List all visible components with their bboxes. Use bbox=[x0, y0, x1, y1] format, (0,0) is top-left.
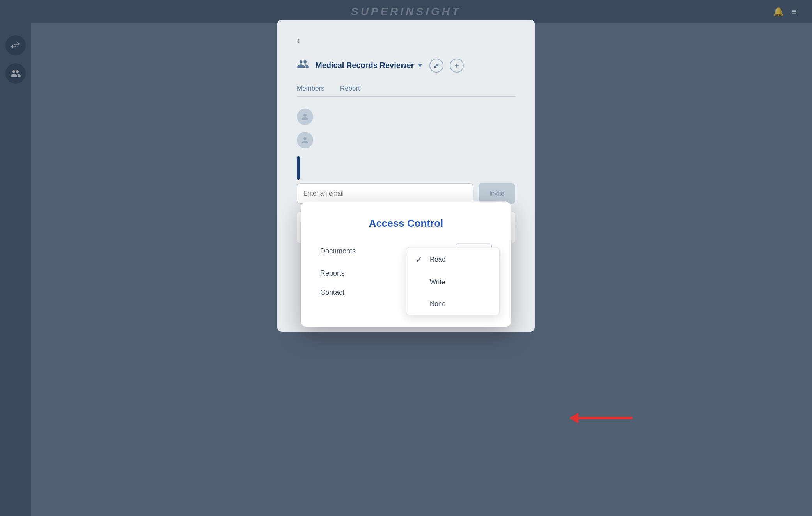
bell-icon[interactable]: 🔔 bbox=[773, 7, 784, 17]
modal-title: Access Control bbox=[320, 217, 492, 230]
left-sidebar bbox=[0, 23, 31, 516]
tab-report[interactable]: Report bbox=[340, 85, 360, 96]
back-button[interactable]: ‹ bbox=[297, 35, 300, 46]
member-row bbox=[297, 109, 515, 125]
role-selector-row: Medical Records Reviewer ▼ bbox=[297, 58, 515, 73]
member-row bbox=[297, 132, 515, 148]
dropdown-item-none[interactable]: None bbox=[406, 293, 499, 315]
reports-label: Reports bbox=[320, 269, 345, 278]
dropdown-option-none: None bbox=[430, 300, 446, 308]
avatar bbox=[297, 132, 313, 148]
member-list bbox=[297, 109, 515, 148]
access-dropdown-menu: ✓ Read Write None bbox=[406, 247, 500, 315]
dropdown-item-read[interactable]: ✓ Read bbox=[406, 248, 499, 271]
app-title: SUPERINSIGHT bbox=[351, 5, 461, 18]
group-icon bbox=[10, 68, 21, 79]
tabs-row: Members Report bbox=[297, 85, 515, 97]
role-name: Medical Records Reviewer bbox=[316, 61, 414, 70]
sidebar-item-switch[interactable] bbox=[5, 35, 26, 55]
role-dropdown[interactable]: Medical Records Reviewer ▼ bbox=[316, 61, 423, 70]
sidebar-item-group[interactable] bbox=[5, 63, 26, 84]
role-group-icon bbox=[297, 58, 309, 73]
email-input-row: Invite bbox=[297, 183, 515, 204]
tab-members[interactable]: Members bbox=[297, 85, 324, 96]
avatar bbox=[297, 109, 313, 125]
contact-label: Contact bbox=[320, 288, 344, 297]
chevron-down-icon: ▼ bbox=[417, 62, 423, 69]
role-add-button[interactable] bbox=[450, 59, 464, 73]
role-edit-button[interactable] bbox=[429, 59, 443, 73]
menu-icon[interactable]: ≡ bbox=[791, 7, 796, 17]
access-control-modal: Access Control Documents Read ▼ ✓ Read W… bbox=[301, 202, 511, 327]
dropdown-option-write: Write bbox=[430, 278, 445, 286]
check-icon: ✓ bbox=[416, 255, 424, 264]
dropdown-item-write[interactable]: Write bbox=[406, 271, 499, 293]
invite-button[interactable]: Invite bbox=[479, 183, 515, 204]
switch-icon bbox=[10, 40, 21, 51]
dropdown-option-read: Read bbox=[430, 256, 446, 263]
access-row-documents: Documents Read ▼ ✓ Read Write None bbox=[320, 244, 492, 258]
email-input[interactable] bbox=[297, 183, 473, 204]
documents-label: Documents bbox=[320, 247, 356, 255]
